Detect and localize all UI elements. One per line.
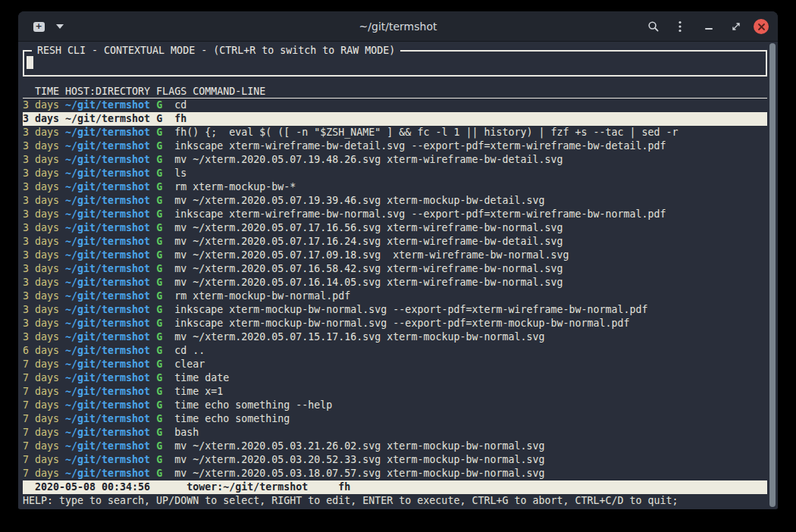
menu-button[interactable] <box>678 16 682 37</box>
row-flags: G <box>150 318 162 329</box>
row-host: ~/git/termshot <box>59 208 150 220</box>
history-row[interactable]: 3 days ~/git/termshot G mv ~/xterm.2020.… <box>23 276 767 289</box>
history-row[interactable]: 3 days ~/git/termshot G fh() {; eval $( … <box>23 126 767 139</box>
history-row[interactable]: 3 days ~/git/termshot G mv ~/xterm.2020.… <box>23 194 767 208</box>
row-command: mv ~/xterm.2020.05.07.17.16.24.svg xterm… <box>162 236 563 247</box>
history-row[interactable]: 3 days ~/git/termshot G mv ~/xterm.2020.… <box>23 235 767 249</box>
row-host: ~/git/termshot <box>59 290 150 302</box>
row-command: clear <box>162 358 205 370</box>
row-command: mv ~/xterm.2020.05.03.20.52.33.svg xterm… <box>162 454 544 465</box>
minimize-button[interactable] <box>705 16 713 37</box>
row-flags: G <box>150 140 162 152</box>
row-time: 3 days <box>23 249 59 261</box>
row-command: inkscape xterm-mockup-bw-normal.svg --ex… <box>162 304 647 315</box>
history-row[interactable]: 3 days ~/git/termshot G mv ~/xterm.2020.… <box>23 249 767 262</box>
row-time: 7 days <box>23 468 59 479</box>
row-flags: G <box>150 386 162 397</box>
row-command: inkscape xterm-wireframe-bw-detail.svg -… <box>162 140 666 152</box>
search-button[interactable] <box>647 16 660 37</box>
titlebar-right-controls <box>647 11 769 42</box>
history-row[interactable]: 3 days ~/git/termshot G inkscape xterm-w… <box>23 208 767 221</box>
row-command: time x=1 <box>162 386 223 397</box>
history-row[interactable]: 3 days ~/git/termshot G mv ~/xterm.2020.… <box>23 330 767 344</box>
history-row[interactable]: 3 days ~/git/termshot G mv ~/xterm.2020.… <box>23 262 767 276</box>
row-host: ~/git/termshot <box>59 345 150 356</box>
row-time: 7 days <box>23 386 59 397</box>
row-time: 3 days <box>23 99 59 111</box>
history-row[interactable]: 3 days ~/git/termshot G inkscape xterm-m… <box>23 317 767 330</box>
scrollbar-thumb[interactable] <box>769 43 776 507</box>
history-row[interactable]: 3 days ~/git/termshot G cd <box>23 99 767 112</box>
row-host: ~/git/termshot <box>59 304 150 315</box>
history-row[interactable]: 3 days ~/git/termshot G inkscape xterm-m… <box>23 303 767 317</box>
history-row[interactable]: 3 days ~/git/termshot G rm xterm-mockup-… <box>23 289 767 303</box>
row-host: ~/git/termshot <box>59 358 150 370</box>
row-command: inkscape xterm-mockup-bw-normal.svg --ex… <box>162 318 629 329</box>
row-host: ~/git/termshot <box>59 263 150 274</box>
row-flags: G <box>150 331 162 343</box>
row-command: rm xterm-mockup-bw-normal.pdf <box>162 290 350 302</box>
history-row[interactable]: 7 days ~/git/termshot G mv ~/xterm.2020.… <box>23 440 767 453</box>
row-time: 3 days <box>23 154 59 165</box>
row-command: mv ~/xterm.2020.05.07.19.39.46.svg xterm… <box>162 195 544 206</box>
row-flags: G <box>150 249 162 261</box>
minimize-icon <box>705 28 713 30</box>
row-flags: G <box>150 181 162 192</box>
row-time: 3 days <box>23 290 59 302</box>
help-line: HELP: type to search, UP/DOWN to select,… <box>23 494 767 508</box>
titlebar: ~/git/termshot <box>18 11 778 42</box>
row-flags: G <box>150 454 162 465</box>
row-flags: G <box>150 127 162 138</box>
row-host: ~/git/termshot <box>59 249 150 261</box>
history-row[interactable]: 3 days ~/git/termshot G rm xterm-mockup-… <box>23 180 767 194</box>
row-host: ~/git/termshot <box>59 167 150 179</box>
history-row[interactable]: 3 days ~/git/termshot G inkscape xterm-w… <box>23 139 767 153</box>
restore-button[interactable] <box>731 16 741 37</box>
history-row[interactable]: 3 days ~/git/termshot G mv ~/xterm.2020.… <box>23 153 767 167</box>
status-bar: 2020-05-08 00:34:56 tower:~/git/termshot… <box>23 480 767 494</box>
history-row[interactable]: 7 days ~/git/termshot G mv ~/xterm.2020.… <box>23 453 767 467</box>
row-command: time echo something <box>162 413 290 424</box>
row-time: 3 days <box>23 277 59 288</box>
history-row[interactable]: 7 days ~/git/termshot G mv ~/xterm.2020.… <box>23 467 767 480</box>
history-row[interactable]: 7 days ~/git/termshot G time date <box>23 371 767 385</box>
row-flags: G <box>150 440 162 452</box>
history-row[interactable]: 6 days ~/git/termshot G cd .. <box>23 344 767 358</box>
row-flags: G <box>150 154 162 165</box>
history-row[interactable]: 3 days ~/git/termshot G mv ~/xterm.2020.… <box>23 221 767 235</box>
search-box[interactable]: RESH CLI - CONTEXTUAL MODE - (CTRL+R to … <box>23 50 767 77</box>
row-command: mv ~/xterm.2020.05.07.17.09.18.svg xterm… <box>162 249 569 261</box>
chevron-down-icon[interactable] <box>56 24 64 29</box>
history-row[interactable]: 7 days ~/git/termshot G bash <box>23 426 767 440</box>
row-host: ~/git/termshot <box>59 399 150 411</box>
row-time: 3 days <box>23 167 59 179</box>
row-time: 3 days <box>23 195 59 206</box>
row-time: 7 days <box>23 399 59 411</box>
history-row[interactable]: 3 days ~/git/termshot G fh <box>23 112 767 126</box>
row-time: 3 days <box>23 222 59 233</box>
row-time: 7 days <box>23 427 59 438</box>
close-button[interactable] <box>754 16 769 37</box>
history-row[interactable]: 7 days ~/git/termshot G time x=1 <box>23 385 767 399</box>
history-row[interactable]: 3 days ~/git/termshot G ls <box>23 167 767 180</box>
row-flags: G <box>150 358 162 370</box>
history-row[interactable]: 7 days ~/git/termshot G clear <box>23 358 767 371</box>
column-headers: TIME HOST:DIRECTORY FLAGS COMMAND-LINE <box>23 85 767 99</box>
row-time: 7 days <box>23 358 59 370</box>
row-time: 3 days <box>23 236 59 247</box>
close-icon <box>754 19 769 34</box>
row-time: 3 days <box>23 304 59 315</box>
history-row[interactable]: 7 days ~/git/termshot G time echo someth… <box>23 399 767 412</box>
row-host: ~/git/termshot <box>59 440 150 452</box>
row-flags: G <box>150 290 162 302</box>
search-icon <box>647 20 660 33</box>
row-host: ~/git/termshot <box>59 222 150 233</box>
new-tab-button[interactable] <box>29 17 49 36</box>
history-row[interactable]: 7 days ~/git/termshot G time echo someth… <box>23 412 767 426</box>
scrollbar[interactable] <box>769 43 776 507</box>
row-flags: G <box>150 208 162 220</box>
row-command: mv ~/xterm.2020.05.07.17.16.56.svg xterm… <box>162 222 563 233</box>
resh-box-title: RESH CLI - CONTEXTUAL MODE - (CTRL+R to … <box>32 44 400 58</box>
row-time: 3 days <box>23 318 59 329</box>
row-flags: G <box>150 222 162 233</box>
